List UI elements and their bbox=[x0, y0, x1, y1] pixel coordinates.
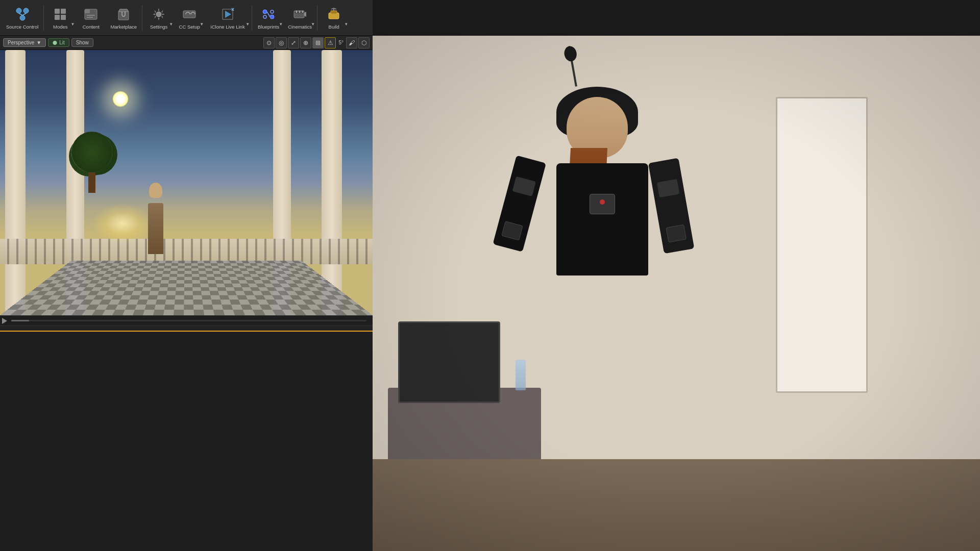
arm-left-sensor bbox=[501, 221, 523, 240]
eraser-icon[interactable]: ⬡ bbox=[358, 37, 370, 48]
svg-rect-7 bbox=[55, 15, 60, 20]
build-icon bbox=[325, 6, 342, 23]
show-button[interactable]: Show bbox=[71, 38, 93, 47]
performer-head bbox=[567, 97, 638, 173]
fov-value: 5° bbox=[338, 40, 344, 45]
arm-left bbox=[493, 155, 546, 252]
warn-icon[interactable]: ⚠ bbox=[325, 37, 336, 48]
camera-feed-background bbox=[373, 36, 980, 551]
arm-right-sensor bbox=[666, 224, 687, 243]
svg-point-20 bbox=[263, 10, 267, 14]
performer-body bbox=[546, 163, 658, 367]
svg-marker-17 bbox=[225, 11, 231, 18]
3d-viewport[interactable] bbox=[0, 50, 373, 315]
char-body bbox=[148, 203, 163, 254]
content-label: Content bbox=[83, 24, 100, 30]
show-label: Show bbox=[76, 40, 89, 45]
svg-line-3 bbox=[19, 13, 22, 15]
svg-rect-10 bbox=[85, 9, 90, 13]
cc-setup-label: CC Setup bbox=[179, 24, 200, 30]
build-dropdown-arrow: ▼ bbox=[344, 22, 348, 27]
lit-button[interactable]: ⬤ Lit bbox=[48, 38, 69, 47]
marketplace-label: Marketplace bbox=[110, 24, 137, 30]
content-button[interactable]: Content bbox=[76, 2, 106, 34]
timeline-progress bbox=[11, 320, 29, 321]
svg-marker-26 bbox=[304, 12, 306, 17]
source-control-label: Source Control bbox=[6, 24, 38, 30]
main-layout: Perspective ▼ ⬤ Lit Show ⊙ ◎ ⤢ ⊕ ⊞ ⚠ 5° … bbox=[0, 36, 980, 551]
left-panel: Perspective ▼ ⬤ Lit Show ⊙ ◎ ⤢ ⊕ ⊞ ⚠ 5° … bbox=[0, 36, 373, 551]
modes-button[interactable]: Modes ▼ bbox=[45, 2, 76, 34]
marketplace-icon bbox=[115, 6, 132, 23]
settings-icon bbox=[150, 6, 167, 23]
tree-prop bbox=[71, 132, 112, 193]
rotate-icon[interactable]: ◎ bbox=[276, 37, 287, 48]
blueprints-button[interactable]: Blueprints ▼ bbox=[253, 2, 284, 34]
cc-setup-button[interactable]: CC Setup ▼ bbox=[174, 2, 205, 34]
char-head bbox=[149, 183, 162, 198]
marketplace-button[interactable]: Marketplace bbox=[106, 2, 141, 34]
cinematics-icon bbox=[291, 6, 309, 23]
iclone-dropdown-arrow: ▼ bbox=[246, 22, 250, 27]
camera-mode-icon[interactable]: ⊙ bbox=[263, 37, 275, 48]
settings-label: Settings bbox=[150, 24, 167, 30]
svg-point-0 bbox=[16, 8, 21, 13]
paint-icon[interactable]: 🖌 bbox=[346, 37, 357, 48]
cinematics-button[interactable]: Cinematics ▼ bbox=[284, 2, 316, 34]
arm-right-pad bbox=[657, 179, 680, 197]
timeline-track[interactable] bbox=[11, 320, 366, 321]
svg-line-4 bbox=[22, 13, 26, 15]
arm-left-pad bbox=[512, 177, 536, 196]
performer bbox=[475, 77, 730, 546]
svg-point-24 bbox=[263, 15, 266, 18]
svg-point-21 bbox=[270, 15, 274, 19]
torso bbox=[556, 163, 648, 276]
perspective-label: Perspective bbox=[8, 40, 34, 45]
settings-dropdown-arrow: ▼ bbox=[169, 22, 173, 27]
timeline-bar bbox=[0, 315, 373, 325]
column-far-right bbox=[322, 50, 342, 315]
toolbar-divider-2 bbox=[142, 5, 142, 31]
build-button[interactable]: Build ▼ bbox=[318, 2, 349, 34]
modes-icon bbox=[52, 6, 69, 23]
iclone-live-link-label: iClone Live Link bbox=[211, 24, 245, 30]
blueprints-label: Blueprints bbox=[258, 24, 279, 30]
svg-line-22 bbox=[267, 12, 270, 17]
sun-light bbox=[112, 91, 129, 107]
tree-trunk bbox=[88, 172, 95, 193]
settings-button[interactable]: Settings ▼ bbox=[143, 2, 174, 34]
perspective-button[interactable]: Perspective ▼ bbox=[3, 38, 46, 47]
horizontal-scrollbar[interactable] bbox=[0, 325, 373, 331]
svg-rect-32 bbox=[331, 11, 337, 14]
svg-rect-5 bbox=[55, 9, 60, 14]
cc-setup-dropdown-arrow: ▼ bbox=[200, 22, 204, 27]
svg-rect-6 bbox=[61, 9, 66, 14]
cc-setup-icon bbox=[181, 6, 198, 23]
svg-rect-8 bbox=[61, 15, 66, 20]
source-control-icon bbox=[14, 6, 31, 23]
play-button[interactable] bbox=[2, 318, 7, 324]
main-toolbar: Source Control Modes ▼ Content bbox=[0, 0, 373, 36]
modes-dropdown-arrow: ▼ bbox=[70, 22, 75, 27]
character-mesh bbox=[143, 183, 168, 254]
toolbar-divider-3 bbox=[252, 5, 252, 31]
modes-label: Modes bbox=[53, 24, 68, 30]
performer-face bbox=[567, 97, 628, 158]
build-label: Build bbox=[329, 24, 339, 30]
svg-rect-13 bbox=[118, 12, 129, 20]
svg-point-14 bbox=[156, 12, 161, 17]
svg-rect-15 bbox=[183, 11, 195, 18]
iclone-icon bbox=[219, 6, 236, 23]
tree-crown bbox=[71, 132, 112, 172]
toolbar-divider-1 bbox=[43, 5, 44, 31]
chest-sensor bbox=[590, 194, 615, 214]
surface-icon[interactable]: ⊕ bbox=[300, 37, 311, 48]
blueprints-icon bbox=[260, 6, 277, 23]
snap-icon[interactable]: ⤢ bbox=[288, 37, 299, 48]
iclone-live-link-button[interactable]: iClone Live Link ▼ bbox=[205, 2, 251, 34]
svg-point-1 bbox=[23, 8, 29, 13]
grid-icon[interactable]: ⊞ bbox=[312, 37, 324, 48]
svg-point-2 bbox=[20, 15, 25, 20]
cinematics-dropdown-arrow: ▼ bbox=[311, 22, 315, 27]
source-control-button[interactable]: Source Control bbox=[2, 2, 42, 34]
